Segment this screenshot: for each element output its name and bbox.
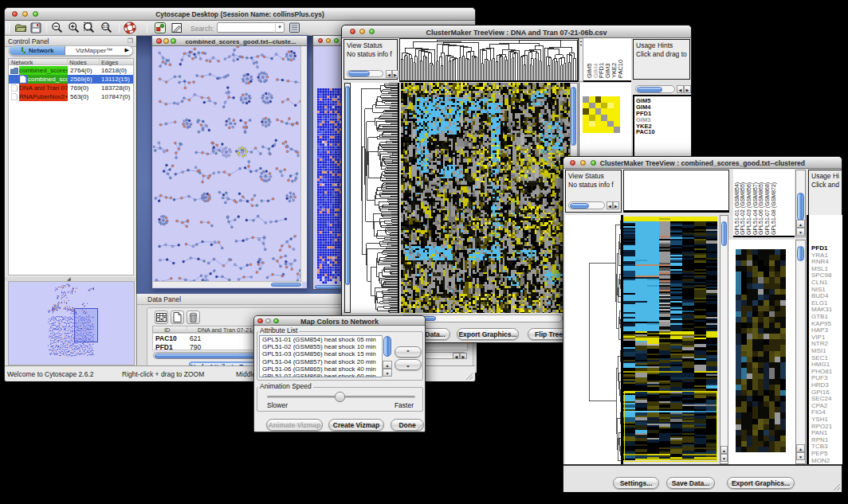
svg-text:PAC10: PAC10 xyxy=(617,60,624,78)
svg-text:1:1: 1:1 xyxy=(103,25,108,29)
svg-text:GPL51-08 (GSM872): GPL51-08 (GSM872) xyxy=(771,182,777,235)
